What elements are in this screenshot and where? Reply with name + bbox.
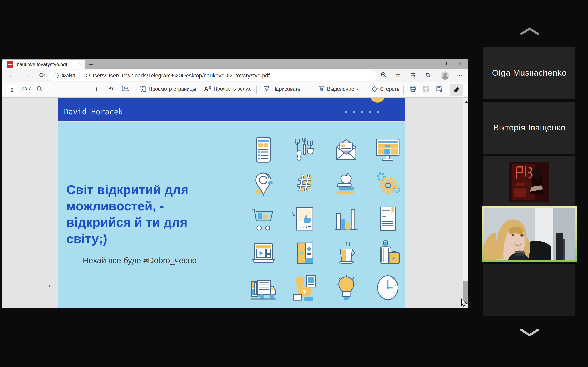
slide-subtitle: Нехай все буде #Dobro_чесно — [83, 256, 197, 265]
refresh-icon[interactable]: ⟳ — [39, 71, 45, 79]
profile-avatar[interactable] — [441, 71, 449, 80]
draw-button[interactable]: Нарисовать ⌄ — [264, 86, 306, 92]
chat-bubbles-icon: ♥ — [284, 270, 325, 305]
brochure-icon — [284, 236, 325, 270]
pin-toolbar-button[interactable] — [450, 83, 463, 96]
desktop-monitor-icon — [367, 133, 408, 167]
url-text: C:/Users/User/Downloads/Telegram%20Deskt… — [83, 73, 270, 79]
document-icon — [367, 201, 408, 236]
add-favorite-icon[interactable]: ☆ — [395, 72, 400, 78]
participant-tile-active-speaker[interactable] — [482, 206, 577, 262]
participant-name: Вікторія Іващенко — [493, 123, 566, 133]
fit-width-icon[interactable] — [122, 86, 130, 91]
slide-title: Світ відкритий для можливостей, - відкри… — [66, 182, 189, 247]
slide-author: David Horacek — [64, 108, 123, 116]
participant-tile[interactable]: Вікторія Іващенко — [484, 102, 575, 154]
participant-video — [484, 208, 575, 260]
print-icon[interactable] — [410, 86, 416, 92]
participants-scroll-down-icon[interactable] — [519, 328, 540, 338]
collections-icon[interactable]: ⧉ — [426, 72, 430, 78]
smartphone-feed-icon — [242, 133, 284, 167]
mouse-cursor — [460, 299, 468, 308]
url-scheme-label: Файл — [62, 73, 75, 79]
shopping-cart-icon — [242, 201, 284, 236]
tab-strip: PDF naukove tovarystvo.pdf × + – ❐ × — [2, 59, 468, 69]
luggage-icon — [367, 236, 408, 270]
save-as-icon[interactable] — [436, 86, 443, 92]
pdf-content-area: David Horacek Світ відкритий для можливо… — [2, 98, 468, 308]
participants-scroll-up-icon[interactable] — [519, 26, 540, 37]
zoom-out-button[interactable]: − — [81, 86, 85, 92]
participant-tile[interactable]: Olga Musiiachenko — [484, 47, 575, 99]
coffee-cup-icon — [325, 236, 367, 270]
rotate-icon[interactable]: ⟲ — [109, 86, 113, 92]
erase-button[interactable]: Стереть — [372, 86, 399, 92]
draw-dropdown-icon[interactable]: ⌄ — [303, 87, 306, 91]
vases-plants-icon — [284, 133, 325, 167]
browser-tab[interactable]: PDF naukove tovarystvo.pdf × — [2, 60, 85, 69]
participant-photo — [509, 162, 549, 202]
pdf-favicon-icon: PDF — [7, 61, 13, 68]
address-bar: ← → ⟳ ⓘ Файл | C:/Users/User/Downloads/T… — [2, 69, 468, 82]
url-field[interactable]: ⓘ Файл | C:/Users/User/Downloads/Telegra… — [49, 70, 377, 81]
hashtag-icon: ## — [284, 167, 325, 201]
delivery-truck-icon — [242, 270, 284, 305]
svg-text:♡ ○ ➤: ♡ ○ ➤ — [299, 225, 308, 228]
forward-icon[interactable]: → — [24, 71, 30, 79]
pdf-toolbar: 6 из 7 − + ⟲ Просмотр страницы A)) Проче… — [2, 82, 468, 98]
page-number-input[interactable]: 6 — [6, 85, 18, 95]
search-icon[interactable] — [36, 86, 43, 92]
location-pin-icon — [242, 167, 284, 201]
apple-books-icon — [325, 167, 367, 201]
slide-icon-grid: ## ♡ ○ ➤ — [242, 133, 408, 305]
gears-icon — [367, 167, 408, 201]
slide-banner-previous-page: David Horacek — [58, 98, 405, 121]
participant-tile-empty[interactable] — [484, 264, 575, 316]
read-aloud-button[interactable]: A)) Прочесть вслух — [204, 86, 251, 92]
bar-chart-icon — [325, 201, 367, 236]
svg-text:♥: ♥ — [303, 288, 306, 295]
back-icon[interactable]: ← — [9, 71, 15, 79]
social-like-post-icon: ♡ ○ ➤ — [284, 201, 325, 236]
lightbulb-icon — [325, 270, 367, 305]
zoom-indicator-icon[interactable] — [380, 72, 387, 79]
pdf-scrollbar[interactable]: ▲ — [463, 98, 468, 308]
tab-title: naukove tovarystvo.pdf — [17, 62, 67, 67]
highlight-button[interactable]: Выделение ⌄ — [319, 86, 360, 92]
svg-text:#: # — [297, 171, 311, 196]
browser-window: PDF naukove tovarystvo.pdf × + – ❐ × ← →… — [2, 59, 468, 308]
close-button[interactable]: × — [458, 60, 461, 67]
minimize-button[interactable]: – — [428, 60, 431, 67]
clock-icon — [367, 270, 408, 305]
slide-page-6: Світ відкритий для можливостей, - відкри… — [58, 122, 405, 308]
new-tab-button[interactable]: + — [89, 60, 93, 68]
highlight-dropdown-icon[interactable]: ⌄ — [356, 87, 360, 91]
zoom-in-button[interactable]: + — [95, 86, 98, 92]
settings-menu-icon[interactable]: ··· — [456, 72, 463, 78]
participant-name: Olga Musiiachenko — [492, 68, 567, 78]
sun-decoration — [370, 98, 385, 103]
save-icon — [423, 86, 429, 92]
participant-tile-photo[interactable] — [484, 156, 575, 208]
tab-close-icon[interactable]: × — [79, 61, 82, 68]
restore-button[interactable]: ❐ — [443, 61, 447, 67]
envelope-letter-icon — [325, 133, 367, 167]
page-info-icon[interactable]: ⓘ — [53, 72, 59, 79]
page-count-label: из 7 — [22, 86, 31, 92]
favorites-bar-icon[interactable]: ⇶ — [410, 72, 415, 78]
scrollbar-up-arrow[interactable]: ▲ — [464, 99, 468, 104]
meeting-sidebar: Olga Musiiachenko Вікторія Іващенко — [484, 0, 588, 367]
annotation-red-dot — [49, 285, 51, 287]
laptop-video-icon — [242, 236, 284, 270]
page-view-button[interactable]: Просмотр страницы — [140, 86, 196, 92]
